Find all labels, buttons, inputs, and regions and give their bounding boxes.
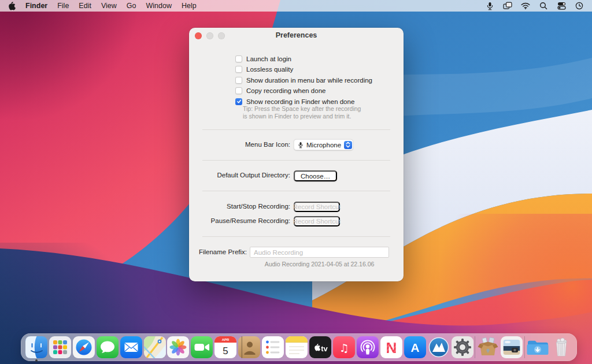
menu-bar-icon-popup[interactable]: Microphone: [294, 139, 353, 150]
choose-button[interactable]: Choose…: [294, 170, 337, 181]
svg-text:tv: tv: [321, 344, 328, 353]
spotlight-search-icon[interactable]: [539, 1, 548, 10]
checkbox-lossless-quality[interactable]: Lossless quality: [235, 66, 372, 73]
notes-icon: [286, 336, 308, 358]
dock-icon-downloads-folder[interactable]: [527, 336, 549, 358]
checkbox-box[interactable]: [235, 87, 242, 94]
dock-icon-safari[interactable]: [73, 336, 95, 358]
messages-bubble-icon: [97, 336, 119, 358]
dock-icon-system-preferences[interactable]: [452, 336, 473, 358]
app-store-icon: A: [404, 336, 426, 358]
facetime-camera-icon: [191, 336, 213, 358]
control-center-icon[interactable]: [557, 1, 566, 10]
start-stop-label: Start/Stop Recording:: [189, 203, 290, 210]
checkbox-box[interactable]: [235, 98, 242, 105]
popup-chevrons-icon: [344, 141, 352, 149]
dock-icon-maps[interactable]: [144, 336, 166, 358]
checkbox-box[interactable]: [235, 66, 242, 73]
checkbox-label: Show recording in Finder when done: [246, 98, 354, 105]
dock-icon-photos[interactable]: [167, 336, 189, 358]
dock-divider: [524, 336, 525, 358]
running-indicator-dot: [35, 359, 38, 362]
system-preferences-gear-icon: [452, 336, 473, 358]
dock-icon-reminders[interactable]: [262, 336, 284, 358]
checkbox-box[interactable]: [235, 77, 242, 84]
dock-icon-tv[interactable]: tv: [309, 336, 331, 358]
dock-icon-unarchiver[interactable]: [477, 336, 499, 358]
window-title: Preferences: [189, 28, 404, 43]
mail-envelope-icon: [120, 336, 142, 358]
checkbox-launch-at-login[interactable]: Launch at login: [235, 55, 372, 62]
dock-icon-facetime[interactable]: [191, 336, 213, 358]
tip-text: Tip: Press the Space key after the recor…: [243, 105, 361, 120]
filename-prefix-input[interactable]: [250, 247, 389, 258]
contacts-book-icon: [238, 336, 260, 358]
checkbox-label: Launch at login: [246, 55, 291, 62]
section-divider: [202, 191, 390, 191]
dock-icon-music[interactable]: ♫: [333, 336, 355, 358]
svg-text:N: N: [386, 339, 397, 356]
menu-bar-status-icons: [485, 1, 592, 10]
svg-text:5: 5: [223, 346, 228, 356]
launchpad-grid-icon: [49, 336, 71, 358]
dock-icon-podcasts[interactable]: [357, 336, 379, 358]
dock-divider: [475, 336, 475, 358]
unarchiver-box-icon: [477, 336, 499, 358]
wifi-icon[interactable]: [521, 1, 530, 10]
photos-pinwheel-icon: [167, 336, 189, 358]
window-titlebar[interactable]: Preferences: [189, 28, 404, 43]
checkbox-copy-recording[interactable]: Copy recording when done: [235, 87, 372, 95]
menu-bar-menus: Finder File Edit View Go Window Help: [0, 2, 197, 10]
dock-icon-launchpad[interactable]: [49, 336, 71, 358]
checkbox-show-duration[interactable]: Show duration in menu bar while recordin…: [235, 76, 372, 84]
menu-item-edit[interactable]: Edit: [79, 2, 91, 10]
checkbox-show-in-finder[interactable]: Show recording in Finder when done: [235, 98, 372, 105]
section-divider: [202, 236, 390, 237]
checkbox-label: Show duration in menu bar while recordin…: [246, 77, 372, 84]
section-divider: [202, 160, 390, 161]
podcasts-icon: [357, 336, 379, 358]
record-shortcut-button-pause-resume[interactable]: Record Shortcut: [294, 216, 340, 226]
screen-mirroring-icon[interactable]: [503, 1, 512, 10]
dock-icon-app-store[interactable]: A: [404, 336, 426, 358]
record-shortcut-button-start-stop[interactable]: Record Shortcut: [294, 202, 340, 212]
music-note-icon: ♫: [333, 336, 355, 358]
menu-item-window[interactable]: Window: [146, 2, 171, 10]
checkbox-label: Copy recording when done: [246, 87, 325, 94]
dock-icon-finder[interactable]: [25, 336, 47, 358]
reminders-list-icon: [262, 336, 284, 358]
dock-icon-news[interactable]: N: [380, 336, 402, 358]
filename-prefix-label: Filename Prefix:: [189, 248, 247, 255]
dock-icon-trash[interactable]: [550, 336, 572, 358]
downloads-folder-icon: [527, 336, 549, 358]
apple-logo-icon[interactable]: [8, 2, 16, 10]
dock-icon-notes[interactable]: [286, 336, 308, 358]
tip-line-2: is shown in Finder to preview and trim i…: [243, 113, 361, 120]
checkbox-group: Launch at login Lossless quality Show du…: [235, 55, 372, 109]
svg-text:A: A: [410, 341, 419, 354]
safari-compass-icon: [73, 336, 95, 358]
output-directory-label: Default Output Directory:: [189, 172, 290, 179]
dock-icon-mountain-app[interactable]: [428, 336, 450, 358]
menu-item-help[interactable]: Help: [182, 2, 197, 10]
checkbox-box[interactable]: [235, 55, 242, 62]
clock-icon[interactable]: [575, 1, 584, 10]
menu-bar-icon-label: Menu Bar Icon:: [189, 141, 290, 148]
dock-icon-image-viewer[interactable]: [501, 336, 523, 358]
trash-basket-icon: [550, 336, 572, 358]
preferences-window: Preferences Launch at login Lossless qua…: [189, 28, 404, 281]
menu-item-file[interactable]: File: [57, 2, 69, 10]
menu-item-view[interactable]: View: [101, 2, 117, 10]
menu-item-finder[interactable]: Finder: [25, 2, 47, 10]
pause-resume-label: Pause/Resume Recording:: [189, 217, 290, 224]
dock-icon-mail[interactable]: [120, 336, 142, 358]
microphone-icon[interactable]: [485, 1, 494, 10]
microphone-icon: [298, 142, 304, 148]
apple-tv-icon: tv: [309, 336, 331, 358]
calendar-icon: APR 5: [214, 336, 236, 358]
menu-item-go[interactable]: Go: [127, 2, 136, 10]
dock-icon-messages[interactable]: [97, 336, 119, 358]
news-icon: N: [380, 336, 402, 358]
dock-icon-calendar[interactable]: APR 5: [214, 336, 236, 358]
dock-icon-contacts[interactable]: [238, 336, 260, 358]
